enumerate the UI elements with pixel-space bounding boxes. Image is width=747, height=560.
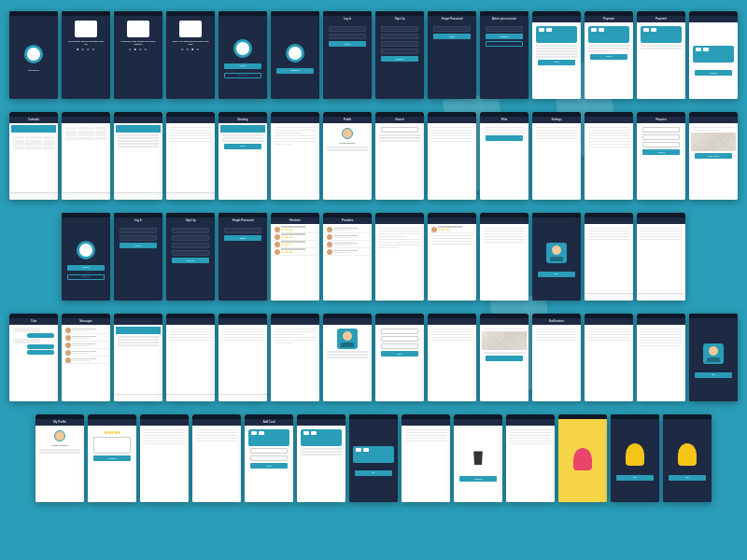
screen-signup-pro[interactable]: Sign UpSign Up [166, 213, 215, 301]
screen-price-list[interactable] [428, 314, 476, 401]
screen-job-map[interactable] [480, 314, 529, 401]
screen-contacts[interactable]: Messages [62, 314, 110, 401]
screen-invoice[interactable] [271, 314, 319, 401]
contact-item[interactable] [63, 357, 108, 364]
signup-button[interactable]: Sign Up [381, 56, 418, 62]
screen-chat[interactable]: Chat [9, 314, 58, 401]
screen-card-dark[interactable]: OK [349, 414, 398, 502]
card-number-input[interactable] [250, 448, 288, 454]
screen-calendar-2[interactable] [62, 112, 110, 200]
screen-forgot-pro[interactable]: Forget PasswordSend [218, 213, 267, 301]
screen-help[interactable] [637, 213, 685, 301]
review-textarea[interactable] [93, 437, 131, 454]
screen-search[interactable]: Search [375, 112, 424, 200]
provider-item[interactable] [325, 226, 370, 233]
screen-onboard-1[interactable]: Find trusted service providers near you … [62, 11, 110, 99]
provider-item[interactable] [325, 241, 370, 248]
screen-forgot[interactable]: Forget Password Send [428, 11, 476, 99]
email-input[interactable] [224, 228, 261, 233]
screen-terms[interactable] [585, 112, 633, 200]
continue-button[interactable]: Continue [276, 68, 314, 74]
tab-bar[interactable] [218, 394, 267, 401]
screen-login-pro[interactable]: Log InLog In [114, 213, 162, 301]
ok-button[interactable]: OK [355, 470, 392, 476]
screen-job-list[interactable] [166, 314, 215, 401]
screen-activate[interactable]: Active your account Submit [480, 11, 529, 99]
screen-address-form[interactable]: Save [532, 11, 581, 99]
screen-badge-dark-1[interactable]: OK [611, 414, 659, 502]
ok-button[interactable]: OK [616, 475, 654, 481]
rating-stars-input[interactable]: ★★★★★ [93, 429, 131, 435]
review-item[interactable]: ★★★★☆ [273, 241, 317, 248]
field[interactable] [381, 329, 418, 334]
signup-button[interactable]: Sign Up [224, 73, 261, 78]
send-button[interactable]: Send [224, 235, 261, 241]
screen-profile-view[interactable]: ProfileSarah Johnson [323, 112, 372, 200]
password-input[interactable] [329, 34, 366, 39]
screen-welcome-worker[interactable]: OK [532, 213, 581, 301]
screen-account[interactable] [140, 414, 189, 502]
confirm-button[interactable]: Confirm [459, 476, 497, 482]
screen-providers-list[interactable]: Providers [323, 213, 372, 301]
tab-bar[interactable] [114, 192, 162, 200]
contact-item[interactable] [63, 327, 108, 334]
screen-card-detail[interactable] [297, 414, 345, 502]
screen-splash-pro[interactable]: Log InSign Up [62, 213, 110, 301]
submit-button[interactable]: Submit [93, 455, 131, 461]
screen-splash[interactable]: ServicePro [9, 11, 58, 99]
screen-calendar-1[interactable]: Calendar [9, 112, 58, 200]
screen-my-profile[interactable]: My ProfileSarah Johnson [35, 414, 84, 502]
screen-options[interactable] [402, 414, 450, 502]
send-button[interactable]: Send [433, 34, 471, 39]
confirm-input[interactable] [381, 49, 418, 54]
apply-button[interactable] [486, 135, 523, 141]
map-view[interactable] [482, 331, 527, 350]
provider-item[interactable] [325, 248, 370, 256]
map-view[interactable] [691, 133, 736, 151]
code-input[interactable] [486, 26, 523, 32]
tab-bar[interactable] [9, 192, 58, 200]
screen-preferences[interactable] [192, 414, 241, 502]
field[interactable] [172, 250, 209, 256]
screen-card-form[interactable]: Payment Save [585, 11, 633, 99]
screen-delete-confirm[interactable]: Confirm [454, 414, 502, 502]
review-item[interactable]: ★★★★★ [273, 248, 317, 256]
resend-button[interactable] [486, 41, 523, 47]
screen-filter[interactable]: Filter [480, 112, 529, 200]
tab-bar[interactable] [114, 394, 162, 401]
save-button[interactable]: Save [590, 54, 627, 60]
contact-item[interactable] [63, 349, 108, 357]
tab-bar[interactable] [166, 192, 215, 200]
login-button[interactable]: Log In [329, 41, 366, 47]
field[interactable] [642, 134, 680, 140]
search-input[interactable] [381, 127, 418, 133]
name-input[interactable] [381, 26, 418, 32]
screen-article[interactable] [637, 314, 685, 401]
ok-button[interactable]: OK [538, 272, 575, 277]
screen-edit-profile[interactable]: Save [375, 314, 424, 401]
field[interactable] [642, 127, 680, 133]
contact-item[interactable] [63, 334, 108, 342]
calendar-grid[interactable] [11, 134, 56, 151]
email-input[interactable] [433, 26, 471, 32]
password-input[interactable] [120, 235, 157, 241]
screen-history[interactable] [218, 314, 267, 401]
field[interactable] [172, 228, 209, 233]
screen-badge-gold[interactable] [558, 414, 607, 502]
save-button[interactable]: Save [381, 351, 418, 357]
email-input[interactable] [329, 26, 366, 32]
save-button[interactable]: Save [250, 463, 288, 469]
screen-booking-form[interactable]: BookingNext [218, 112, 267, 200]
screen-review-write[interactable]: ★★★★★Submit [88, 414, 136, 502]
tab-bar[interactable] [62, 192, 110, 200]
screen-reviews-list[interactable]: Reviews★★★★★★★★★★★★★★☆★★★★★ [271, 213, 319, 301]
screen-start-alt[interactable]: Continue [271, 11, 319, 99]
screen-request-detail[interactable] [271, 112, 319, 200]
screen-faq[interactable] [585, 213, 633, 301]
field[interactable] [172, 243, 209, 248]
tab-bar[interactable] [585, 293, 633, 301]
field[interactable] [381, 343, 418, 349]
field[interactable] [381, 336, 418, 342]
screen-onboard-3[interactable]: Track your booking and chat in real time… [166, 11, 215, 99]
tab-bar[interactable] [637, 293, 685, 301]
